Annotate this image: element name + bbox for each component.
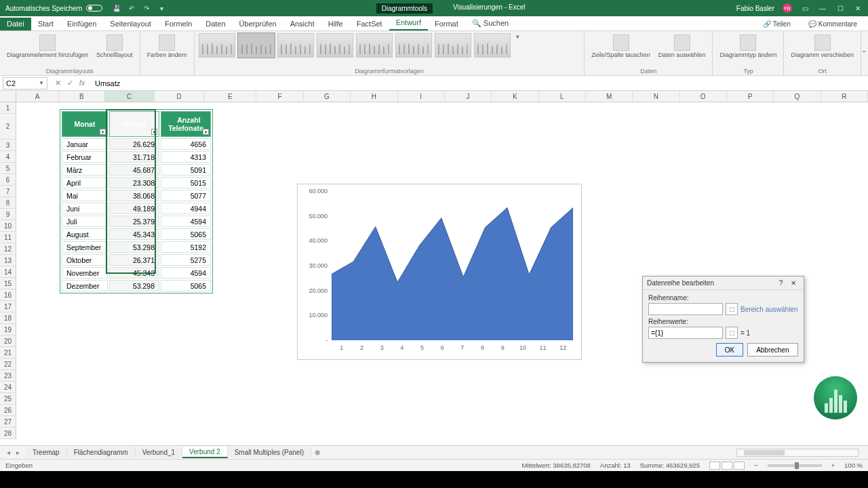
filter-icon[interactable]: ▾: [151, 129, 157, 135]
series-name-input[interactable]: [648, 303, 723, 315]
col-header[interactable]: I: [398, 91, 445, 102]
switch-row-col-button[interactable]: Zeile/Spalte tauschen: [589, 33, 653, 60]
range-select-icon[interactable]: ⬚: [726, 303, 738, 315]
cancel-edit-icon[interactable]: ✕: [53, 79, 62, 87]
minimize-icon[interactable]: —: [818, 3, 827, 13]
filter-icon[interactable]: ▾: [203, 129, 209, 135]
chart-style-thumb[interactable]: [238, 33, 275, 58]
col-header[interactable]: R: [821, 91, 868, 102]
select-data-button[interactable]: Daten auswählen: [656, 33, 709, 60]
row-header[interactable]: 27: [0, 416, 16, 428]
embedded-chart[interactable]: 60.00050.00040.00030.00020.00010.000- 12…: [297, 184, 582, 360]
maximize-icon[interactable]: ☐: [835, 3, 845, 13]
tab-data[interactable]: Daten: [199, 18, 232, 30]
row-header[interactable]: 20: [0, 336, 16, 347]
view-normal-icon[interactable]: [709, 462, 720, 470]
row-header[interactable]: 7: [0, 186, 16, 197]
col-header[interactable]: G: [304, 91, 351, 102]
row-header[interactable]: 9: [0, 209, 16, 220]
styles-more-icon[interactable]: ▾: [513, 33, 522, 40]
row-header[interactable]: 6: [0, 174, 16, 186]
save-icon[interactable]: 💾: [112, 3, 121, 13]
col-header[interactable]: F: [256, 91, 303, 102]
horizontal-scrollbar[interactable]: [736, 449, 859, 457]
add-sheet-icon[interactable]: ⊕: [311, 449, 323, 456]
row-header[interactable]: 10: [0, 220, 16, 232]
col-header[interactable]: A: [16, 91, 59, 102]
dialog-close-icon[interactable]: ✕: [787, 279, 800, 287]
row-header[interactable]: 13: [0, 255, 16, 266]
table-row[interactable]: April23.3085015: [62, 177, 211, 188]
row-header[interactable]: 14: [0, 266, 16, 278]
table-header-month[interactable]: Monat▾: [62, 111, 108, 137]
name-box[interactable]: C2▼: [3, 77, 47, 89]
dialog-help-icon[interactable]: ?: [775, 279, 787, 287]
cancel-button[interactable]: Abbrechen: [747, 343, 797, 357]
row-header[interactable]: 12: [0, 243, 16, 255]
row-header[interactable]: 17: [0, 301, 16, 312]
row-header[interactable]: 18: [0, 312, 16, 324]
comments-button[interactable]: 💬 Kommentare: [802, 18, 864, 30]
col-header[interactable]: K: [492, 91, 538, 102]
table-row[interactable]: März45.6875091: [62, 164, 211, 176]
move-chart-button[interactable]: Diagramm verschieben: [788, 33, 856, 60]
chart-style-thumb[interactable]: [199, 33, 235, 58]
tab-insert[interactable]: Einfügen: [60, 18, 103, 30]
table-row[interactable]: Juni49.1894944: [62, 203, 211, 214]
table-header-revenue[interactable]: Umsatz▾: [109, 111, 159, 137]
series-values-input[interactable]: [648, 327, 723, 339]
tab-review[interactable]: Überprüfen: [233, 18, 283, 30]
tab-design[interactable]: Entwurf: [389, 16, 428, 30]
table-header-calls[interactable]: ✚Anzahl Telefonate▾: [161, 111, 211, 137]
tab-factset[interactable]: FactSet: [350, 18, 389, 30]
view-pagelayout-icon[interactable]: [722, 462, 732, 470]
zoom-in-icon[interactable]: +: [831, 462, 835, 469]
table-row[interactable]: Dezember53.2985065: [62, 280, 211, 291]
change-chart-type-button[interactable]: Diagrammtyp ändern: [717, 33, 779, 60]
table-row[interactable]: Januar26.6294656: [62, 138, 211, 150]
sheet-tab[interactable]: Verbund 2: [182, 447, 228, 458]
row-header[interactable]: 2: [0, 114, 16, 140]
tab-pagelayout[interactable]: Seitenlayout: [103, 18, 158, 30]
chart-style-thumb[interactable]: [395, 33, 432, 58]
data-table[interactable]: Monat▾ Umsatz▾ ✚Anzahl Telefonate▾ Janua…: [60, 109, 213, 293]
row-header[interactable]: 1: [0, 102, 16, 114]
undo-icon[interactable]: ↶: [127, 3, 136, 13]
row-header[interactable]: 19: [0, 324, 16, 336]
row-header[interactable]: 3: [0, 140, 16, 151]
row-header[interactable]: 26: [0, 405, 16, 416]
zoom-level[interactable]: 100 %: [844, 462, 863, 469]
col-header[interactable]: O: [680, 91, 727, 102]
row-header[interactable]: 24: [0, 382, 16, 393]
table-row[interactable]: Mai38.0685077: [62, 190, 211, 201]
sheet-tab[interactable]: Small Multiples (Panel): [228, 447, 311, 458]
table-row[interactable]: Juli25.3794594: [62, 216, 211, 227]
redo-icon[interactable]: ↷: [142, 3, 151, 13]
sheet-tab[interactable]: Flächendiagramm: [67, 447, 136, 458]
col-header[interactable]: M: [586, 91, 633, 102]
col-header[interactable]: N: [633, 91, 679, 102]
worksheet-grid[interactable]: A B C D E F G H I J K L M N O P Q R 1234…: [0, 91, 868, 445]
select-all-corner[interactable]: [0, 91, 16, 102]
col-header[interactable]: E: [204, 91, 256, 102]
col-header[interactable]: J: [445, 91, 492, 102]
quick-layout-button[interactable]: Schnelllayout: [94, 33, 136, 60]
add-chart-element-button[interactable]: Diagrammelement hinzufügen: [4, 33, 91, 60]
tell-me[interactable]: 🔍 Suchen: [465, 17, 515, 30]
col-header[interactable]: P: [727, 91, 774, 102]
col-header[interactable]: B: [59, 91, 104, 102]
change-colors-button[interactable]: Farben ändern: [144, 33, 190, 60]
row-header[interactable]: 16: [0, 289, 16, 301]
sheet-nav-last-icon[interactable]: ▸: [14, 449, 22, 456]
tab-start[interactable]: Start: [31, 18, 60, 30]
col-header[interactable]: C: [105, 91, 155, 102]
tab-formulas[interactable]: Formeln: [158, 18, 199, 30]
fx-icon[interactable]: fx: [77, 79, 87, 87]
col-header[interactable]: L: [539, 91, 586, 102]
chart-style-thumb[interactable]: [435, 33, 471, 58]
range-select-icon[interactable]: ⬚: [726, 327, 738, 339]
zoom-out-icon[interactable]: −: [754, 462, 758, 469]
chart-style-thumb[interactable]: [277, 33, 314, 58]
sheet-tab[interactable]: Verbund_1: [136, 447, 182, 458]
autosave-toggle[interactable]: [86, 5, 102, 12]
